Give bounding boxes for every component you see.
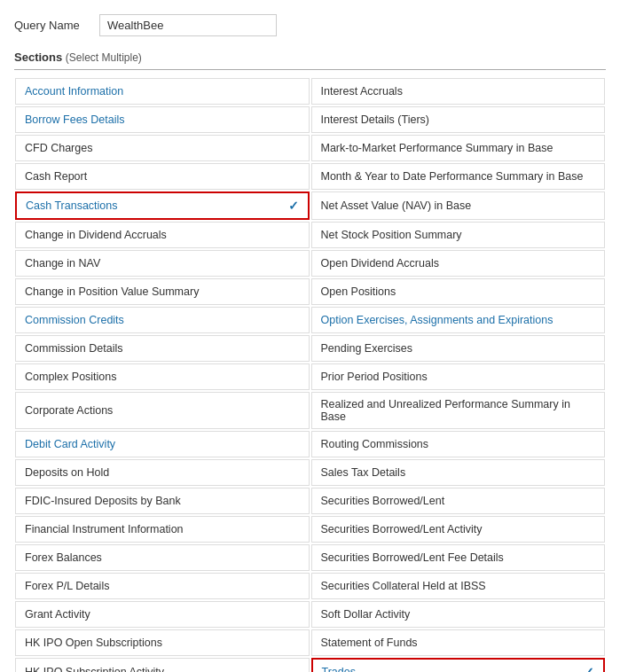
section-item-change-in-dividend-accruals[interactable]: Change in Dividend Accruals	[15, 222, 310, 248]
section-item-account-information[interactable]: Account Information	[15, 78, 310, 105]
sections-title: Sections	[14, 51, 62, 64]
section-item-soft-dollar-activity[interactable]: Soft Dollar Activity	[311, 601, 606, 628]
section-label-hk-ipo-subscription-activity: HK IPO Subscription Activity	[25, 666, 164, 672]
section-item-month-year-to-date[interactable]: Month & Year to Date Performance Summary…	[311, 163, 606, 190]
section-label-routing-commissions: Routing Commissions	[321, 438, 429, 450]
sections-header: Sections (Select Multiple)	[14, 51, 606, 70]
section-label-forex-balances: Forex Balances	[25, 551, 102, 564]
section-label-debit-card-activity: Debit Card Activity	[25, 438, 115, 450]
section-label-complex-positions: Complex Positions	[25, 371, 117, 383]
section-label-mark-to-market: Mark-to-Market Performance Summary in Ba…	[321, 142, 553, 154]
section-label-borrow-fees-details: Borrow Fees Details	[25, 113, 125, 126]
section-label-fdic-insured-deposits: FDIC-Insured Deposits by Bank	[25, 495, 181, 507]
section-item-prior-period-positions[interactable]: Prior Period Positions	[311, 363, 606, 390]
section-item-statement-of-funds[interactable]: Statement of Funds	[311, 629, 606, 656]
section-item-cfd-charges[interactable]: CFD Charges	[15, 135, 310, 161]
section-item-cash-report[interactable]: Cash Report	[15, 163, 310, 190]
section-label-net-asset-value: Net Asset Value (NAV) in Base	[321, 199, 472, 212]
section-label-change-in-dividend-accruals: Change in Dividend Accruals	[25, 229, 167, 241]
section-label-change-in-position-value-summary: Change in Position Value Summary	[25, 285, 199, 298]
section-item-pending-exercises[interactable]: Pending Exercises	[311, 335, 606, 362]
section-label-pending-exercises: Pending Exercises	[321, 342, 413, 355]
section-item-hk-ipo-subscription-activity[interactable]: HK IPO Subscription Activity	[15, 658, 310, 672]
section-label-commission-credits: Commission Credits	[25, 314, 124, 326]
section-item-fdic-insured-deposits[interactable]: FDIC-Insured Deposits by Bank	[15, 488, 310, 514]
section-label-option-exercises: Option Exercises, Assignments and Expira…	[321, 314, 553, 326]
section-item-mark-to-market[interactable]: Mark-to-Market Performance Summary in Ba…	[311, 135, 606, 161]
section-label-cfd-charges: CFD Charges	[25, 142, 92, 154]
section-label-cash-report: Cash Report	[25, 170, 87, 183]
section-label-open-dividend-accruals: Open Dividend Accruals	[321, 257, 439, 270]
section-item-commission-details[interactable]: Commission Details	[15, 335, 310, 362]
section-item-trades[interactable]: Trades✓	[311, 658, 606, 672]
section-item-realized-unrealized[interactable]: Realized and Unrealized Performance Summ…	[311, 392, 606, 429]
section-label-change-in-nav: Change in NAV	[25, 257, 100, 270]
section-label-prior-period-positions: Prior Period Positions	[321, 371, 428, 383]
section-item-securities-borrowed-lent[interactable]: Securities Borrowed/Lent	[311, 488, 606, 514]
section-label-interest-details-tiers: Interest Details (Tiers)	[321, 113, 429, 126]
section-item-deposits-on-hold[interactable]: Deposits on Hold	[15, 459, 310, 486]
section-item-financial-instrument-information[interactable]: Financial Instrument Information	[15, 516, 310, 543]
section-label-account-information: Account Information	[25, 85, 123, 98]
section-label-soft-dollar-activity: Soft Dollar Activity	[321, 608, 411, 621]
section-item-open-dividend-accruals[interactable]: Open Dividend Accruals	[311, 250, 606, 277]
section-item-cash-transactions[interactable]: Cash Transactions✓	[15, 191, 310, 220]
section-label-interest-accruals: Interest Accruals	[321, 85, 403, 98]
section-item-securities-borrowed-lent-activity[interactable]: Securities Borrowed/Lent Activity	[311, 516, 606, 543]
section-label-securities-borrowed-lent: Securities Borrowed/Lent	[321, 495, 445, 507]
section-label-cash-transactions: Cash Transactions	[26, 199, 118, 212]
section-label-statement-of-funds: Statement of Funds	[321, 637, 418, 649]
section-item-forex-balances[interactable]: Forex Balances	[15, 544, 310, 571]
check-icon-trades: ✓	[584, 665, 594, 672]
section-item-forex-pl-details[interactable]: Forex P/L Details	[15, 573, 310, 599]
section-item-complex-positions[interactable]: Complex Positions	[15, 363, 310, 390]
section-item-commission-credits[interactable]: Commission Credits	[15, 307, 310, 333]
section-item-change-in-nav[interactable]: Change in NAV	[15, 250, 310, 277]
sections-grid: Account InformationInterest AccrualsBorr…	[14, 77, 606, 672]
section-item-grant-activity[interactable]: Grant Activity	[15, 601, 310, 628]
section-item-securities-borrowed-lent-fee[interactable]: Securities Borrowed/Lent Fee Details	[311, 544, 606, 571]
section-item-net-stock-position-summary[interactable]: Net Stock Position Summary	[311, 222, 606, 248]
query-name-input[interactable]	[99, 14, 277, 36]
section-label-forex-pl-details: Forex P/L Details	[25, 580, 109, 592]
section-label-trades: Trades	[322, 666, 356, 672]
section-label-securities-borrowed-lent-fee: Securities Borrowed/Lent Fee Details	[321, 551, 504, 564]
check-icon-cash-transactions: ✓	[288, 199, 299, 213]
section-item-borrow-fees-details[interactable]: Borrow Fees Details	[15, 106, 310, 133]
query-name-label: Query Name	[14, 19, 85, 32]
section-label-realized-unrealized: Realized and Unrealized Performance Summ…	[321, 398, 596, 423]
section-item-open-positions[interactable]: Open Positions	[311, 278, 606, 305]
section-label-open-positions: Open Positions	[321, 285, 396, 298]
section-item-net-asset-value[interactable]: Net Asset Value (NAV) in Base	[311, 191, 606, 220]
section-label-financial-instrument-information: Financial Instrument Information	[25, 523, 184, 535]
section-label-sales-tax-details: Sales Tax Details	[321, 466, 406, 479]
query-name-row: Query Name	[14, 14, 606, 36]
section-item-hk-ipo-open-subscriptions[interactable]: HK IPO Open Subscriptions	[15, 629, 310, 656]
section-label-securities-collateral: Securities Collateral Held at IBSS	[321, 580, 486, 592]
section-label-commission-details: Commission Details	[25, 342, 122, 355]
section-label-month-year-to-date: Month & Year to Date Performance Summary…	[321, 170, 584, 183]
section-item-securities-collateral[interactable]: Securities Collateral Held at IBSS	[311, 573, 606, 599]
section-item-change-in-position-value-summary[interactable]: Change in Position Value Summary	[15, 278, 310, 305]
section-label-grant-activity: Grant Activity	[25, 608, 90, 621]
section-label-securities-borrowed-lent-activity: Securities Borrowed/Lent Activity	[321, 523, 483, 535]
section-label-net-stock-position-summary: Net Stock Position Summary	[321, 229, 462, 241]
section-item-interest-details-tiers[interactable]: Interest Details (Tiers)	[311, 106, 606, 133]
section-item-option-exercises[interactable]: Option Exercises, Assignments and Expira…	[311, 307, 606, 333]
section-label-hk-ipo-open-subscriptions: HK IPO Open Subscriptions	[25, 637, 162, 649]
section-item-routing-commissions[interactable]: Routing Commissions	[311, 431, 606, 457]
section-item-interest-accruals[interactable]: Interest Accruals	[311, 78, 606, 105]
section-item-sales-tax-details[interactable]: Sales Tax Details	[311, 459, 606, 486]
section-item-debit-card-activity[interactable]: Debit Card Activity	[15, 431, 310, 457]
sections-subtitle: (Select Multiple)	[66, 51, 142, 64]
section-item-corporate-actions[interactable]: Corporate Actions	[15, 392, 310, 429]
section-label-corporate-actions: Corporate Actions	[25, 404, 113, 417]
section-label-deposits-on-hold: Deposits on Hold	[25, 466, 109, 479]
